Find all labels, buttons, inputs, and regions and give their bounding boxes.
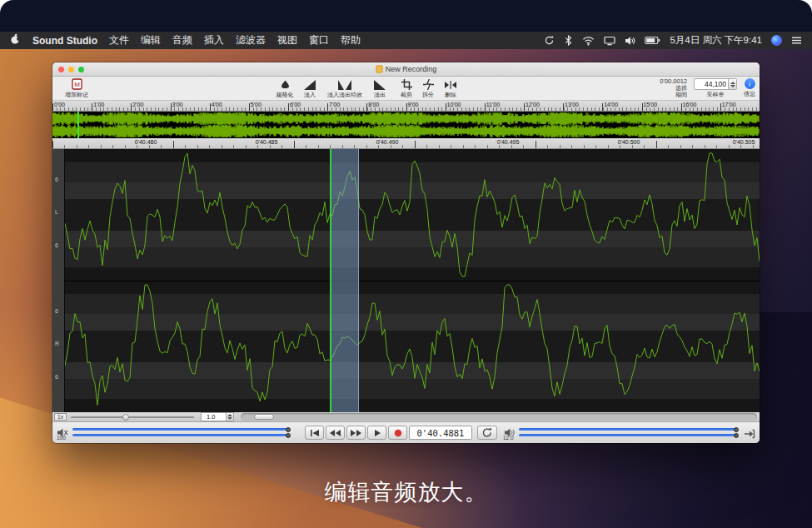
marketing-caption: 编辑音频放大。 (0, 477, 812, 507)
ruler-minute-label: 5'00 (249, 101, 288, 111)
scrollbar-thumb[interactable] (254, 414, 274, 420)
left-volume-slider-2[interactable] (72, 434, 289, 436)
sound-studio-window: New Recording M 增加标记 规格化 (52, 62, 760, 443)
fade-in-out-icon (338, 78, 351, 90)
wave-editor: 6 L 6 6 R 6 (52, 149, 760, 412)
playthrough-slider[interactable] (519, 428, 737, 431)
menu-filter[interactable]: 滤波器 (236, 33, 266, 47)
app-menu-title[interactable]: Sound Studio (32, 35, 97, 47)
go-to-start-button[interactable] (305, 426, 324, 440)
ruler-minute-label: 16'00 (681, 101, 720, 111)
zoom-button[interactable] (78, 67, 84, 72)
ruler-fine-label: 0'40.480 (135, 139, 157, 145)
menu-insert[interactable]: 插入 (204, 33, 224, 47)
playhead[interactable] (330, 149, 331, 412)
tool-delete[interactable]: 删除 (439, 78, 462, 99)
wifi-icon[interactable] (582, 36, 595, 46)
apple-logo-icon (10, 33, 21, 45)
menu-file[interactable]: 文件 (109, 33, 129, 47)
playthrough-slider-2[interactable] (519, 434, 737, 436)
volume-status-icon[interactable] (625, 36, 635, 46)
sample-rate-value: 44,100 (705, 80, 726, 88)
notification-center-icon[interactable] (791, 36, 802, 45)
fade-out-icon (374, 78, 386, 90)
toolbar-info-group: 0'00.0012 选择 期间 44,100 采样率 i 信息 (660, 78, 755, 99)
overview-waveform[interactable] (52, 112, 760, 138)
fast-forward-button[interactable] (346, 426, 366, 440)
desktop-wallpaper: New Recording M 增加标记 规格化 (0, 49, 812, 528)
timeline-labels: 0'001'002'003'004'005'006'007'008'009'00… (52, 101, 760, 111)
loop-icon (481, 427, 493, 438)
zoom-slider[interactable] (71, 416, 194, 418)
marketing-frame: Sound Studio 文件 编辑 音频 插入 滤波器 视图 窗口 帮助 (0, 0, 812, 528)
slider-handle[interactable] (286, 427, 291, 432)
channel-divider (65, 281, 760, 281)
tool-split[interactable]: 拆分 (417, 78, 439, 99)
vertical-zoom-button[interactable]: 1x (54, 413, 67, 421)
fine-ruler[interactable]: 0'40.4800'40.4850'40.4900'40.4950'40.500… (52, 138, 760, 149)
bluetooth-icon[interactable] (564, 35, 573, 46)
apple-menu[interactable] (10, 33, 21, 47)
tool-crop[interactable]: 截剪 (396, 78, 417, 99)
ruler-minute-label: 17'00 (720, 101, 760, 111)
close-button[interactable] (58, 67, 64, 72)
sample-rate-dropdown[interactable]: 44,100 (694, 78, 737, 90)
siri-icon[interactable] (771, 35, 782, 46)
sample-rate-block: 44,100 采样率 (694, 78, 737, 99)
zoom-stepper-icon[interactable] (226, 413, 233, 421)
duration-label: 期间 (660, 92, 687, 98)
add-marker-button[interactable]: M 增加标记 (57, 78, 96, 99)
split-icon (423, 78, 434, 90)
slider-handle[interactable] (734, 433, 739, 438)
menu-audio[interactable]: 音频 (172, 33, 192, 47)
overview-playhead[interactable] (77, 112, 79, 138)
tool-fade-in-out[interactable]: 淡入淡出特效 (321, 78, 369, 99)
minimize-button[interactable] (68, 67, 74, 72)
menu-window[interactable]: 窗口 (309, 33, 329, 47)
waveform-canvas[interactable] (65, 149, 760, 412)
normalize-icon (280, 78, 291, 90)
stepper-icon[interactable] (728, 79, 736, 89)
left-volume-slider[interactable] (72, 428, 289, 431)
channel-gutter: 6 L 6 6 R 6 (52, 149, 65, 412)
sample-rate-label: 采样率 (707, 91, 725, 99)
info-button[interactable]: i (745, 78, 755, 89)
right-volume-value: 12.0 (503, 435, 514, 441)
menu-help[interactable]: 帮助 (341, 33, 361, 47)
slider-handle[interactable] (734, 427, 739, 432)
menu-bar: Sound Studio 文件 编辑 音频 插入 滤波器 视图 窗口 帮助 (0, 32, 812, 49)
sync-status-icon[interactable] (544, 35, 555, 46)
window-title-group: New Recording (376, 65, 437, 73)
rewind-button[interactable] (326, 426, 345, 440)
ruler-fine-label: 0'40.500 (618, 139, 640, 145)
tool-group: 规格化 淡入 淡入淡出特效 (271, 78, 462, 99)
timeline-ruler[interactable]: 0'001'002'003'004'005'006'007'008'009'00… (52, 101, 760, 112)
battery-icon[interactable] (645, 36, 660, 45)
menu-edit[interactable]: 编辑 (141, 33, 161, 47)
svg-text:M: M (74, 81, 80, 88)
zoom-value-field[interactable]: 1.0 (201, 412, 234, 421)
play-icon (372, 428, 382, 438)
display-mirroring-icon[interactable] (604, 36, 615, 46)
selection-region[interactable] (331, 149, 359, 412)
menu-bar-clock[interactable]: 5月4日 周六 下午9:41 (670, 34, 762, 47)
ruler-minute-label: 8'00 (366, 101, 406, 111)
record-button[interactable] (388, 426, 407, 440)
horizontal-scrollbar[interactable] (241, 413, 757, 421)
window-title-bar[interactable]: New Recording (52, 62, 760, 77)
skip-start-icon (309, 428, 321, 438)
play-button[interactable] (367, 426, 386, 440)
tool-fade-out[interactable]: 淡出 (369, 78, 391, 99)
ruler-minute-label: 10'00 (446, 101, 485, 111)
tool-normalize[interactable]: 规格化 (271, 78, 299, 99)
loop-button[interactable] (477, 426, 497, 440)
input-passthrough-icon[interactable] (744, 427, 756, 442)
slider-handle[interactable] (286, 433, 291, 438)
db-label: 6 (55, 242, 58, 249)
menu-view[interactable]: 视图 (277, 33, 297, 47)
zoom-value: 1.0 (207, 413, 215, 421)
marker-icon: M (72, 78, 82, 90)
zoom-slider-handle[interactable] (122, 414, 129, 421)
ruler-fine-label: 0'40.495 (497, 139, 520, 145)
tool-fade-in[interactable]: 淡入 (299, 78, 321, 99)
